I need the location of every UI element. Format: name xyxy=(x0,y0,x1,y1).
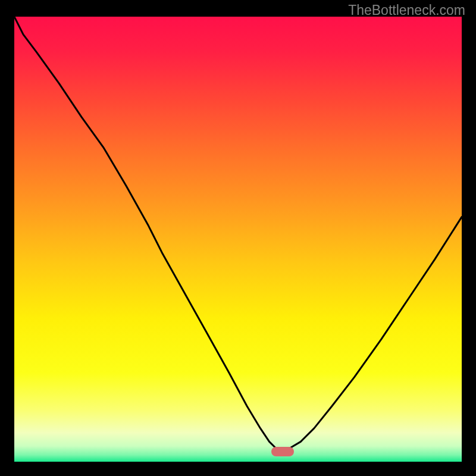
chart-svg xyxy=(14,17,462,462)
plot-area xyxy=(14,17,462,462)
chart-frame: TheBottleneck.com xyxy=(0,0,476,476)
gradient-background xyxy=(14,17,462,462)
watermark-text: TheBottleneck.com xyxy=(348,2,465,18)
sweet-spot-marker xyxy=(271,447,294,456)
